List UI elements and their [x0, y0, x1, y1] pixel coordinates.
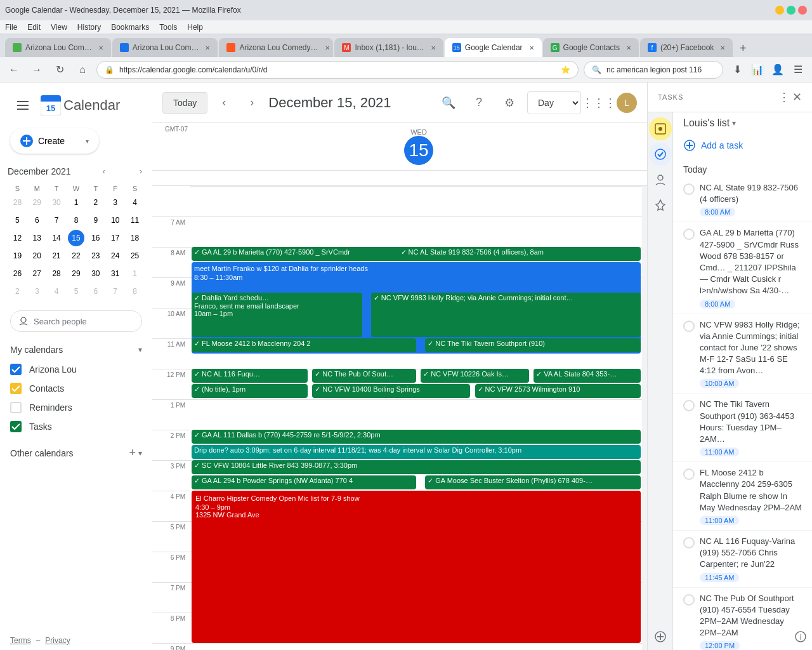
menu-btn[interactable]: ☰ — [789, 61, 807, 79]
tab-close-6[interactable]: ✕ — [720, 44, 725, 51]
task-checkbox-1[interactable] — [683, 229, 695, 240]
user-avatar[interactable]: L — [617, 93, 637, 113]
mini-day-17[interactable]: 17 — [107, 230, 124, 246]
tasks-list-dropdown[interactable]: ▾ — [732, 119, 736, 128]
cal-item-arizona-lou[interactable]: Arizona Lou — [0, 360, 152, 379]
help-button[interactable]: ? — [466, 90, 492, 116]
task-item-2[interactable]: NC VFW 9983 Holly Ridge; via Annie Cummi… — [673, 314, 812, 394]
event-e11[interactable]: ✓ VA AL State 804 353-… — [534, 369, 641, 383]
mini-day-28b[interactable]: 28 — [48, 265, 65, 282]
task-item-1[interactable]: GA AL 29 b Marietta (770) 427-5900 _ SrV… — [673, 222, 812, 314]
mini-day-1b[interactable]: 1 — [127, 265, 143, 282]
tab-4[interactable]: 15 Google Calendar ✕ — [445, 38, 542, 57]
mini-day-16[interactable]: 16 — [88, 230, 104, 246]
privacy-link[interactable]: Privacy — [45, 636, 70, 645]
mini-day-11[interactable]: 11 — [127, 212, 143, 229]
event-e4[interactable]: ✓ Dahlia Yard schedu…Franco, sent me ema… — [192, 293, 362, 337]
event-e16[interactable]: Drip done? auto 3:09pm; set on 6-day int… — [192, 445, 641, 459]
mini-day-15-today[interactable]: 15 — [68, 230, 84, 246]
settings-button[interactable]: ⚙ — [497, 90, 522, 116]
mini-day-10[interactable]: 10 — [107, 212, 124, 229]
mini-day-2[interactable]: 2 — [88, 194, 104, 211]
mini-day-8b[interactable]: 8 — [127, 283, 143, 300]
sync-btn[interactable]: 👤 — [769, 61, 787, 79]
mini-day-3b[interactable]: 3 — [29, 283, 45, 300]
event-e19[interactable]: ✓ GA Moose Sec Buster Skelton (Phyllis) … — [425, 475, 641, 489]
cal-item-tasks[interactable]: Tasks — [0, 417, 152, 436]
other-calendars-toggle[interactable]: ▾ — [138, 449, 142, 458]
tab-close-3[interactable]: ✕ — [431, 44, 436, 51]
mini-day-18[interactable]: 18 — [127, 230, 143, 246]
event-e20[interactable]: El Charro Hipster Comedy Open Mic list f… — [192, 491, 641, 643]
menu-help[interactable]: Help — [187, 23, 203, 32]
task-item-5[interactable]: NC AL 116 Fuquay-Varina (919) 552-7056 C… — [673, 531, 812, 588]
cal-checkbox-arizona-lou[interactable] — [10, 364, 22, 375]
mini-day-13[interactable]: 13 — [29, 230, 45, 246]
mini-day-14[interactable]: 14 — [48, 230, 65, 246]
cal-checkbox-tasks[interactable] — [10, 421, 22, 432]
task-checkbox-0[interactable] — [683, 183, 695, 195]
grid-view-button[interactable]: ⋮⋮⋮ — [586, 90, 612, 116]
mini-day-19[interactable]: 19 — [9, 248, 25, 264]
mini-day-6[interactable]: 6 — [29, 212, 45, 229]
event-e6[interactable]: ✓ FL Moose 2412 b Macclenny 204 2 — [192, 338, 416, 352]
cal-checkbox-contacts[interactable] — [10, 383, 22, 394]
mini-day-1[interactable]: 1 — [68, 194, 84, 211]
hamburger-button[interactable] — [10, 93, 36, 118]
task-checkbox-5[interactable] — [683, 537, 695, 548]
mini-day-20[interactable]: 20 — [29, 248, 45, 264]
terms-link[interactable]: Terms — [10, 636, 31, 645]
tab-close-4[interactable]: ✕ — [529, 44, 534, 51]
tasks-person-icon[interactable] — [649, 168, 672, 191]
menu-tools[interactable]: Tools — [159, 23, 177, 32]
mini-cal-prev[interactable]: ‹ — [100, 164, 107, 178]
extensions-btn[interactable]: 📊 — [749, 61, 766, 79]
mini-day-30a[interactable]: 30 — [48, 194, 65, 211]
url-bar[interactable]: 🔒 https://calendar.google.com/calendar/u… — [96, 61, 579, 79]
cal-checkbox-reminders[interactable] — [10, 402, 22, 413]
menu-bookmarks[interactable]: Bookmarks — [111, 23, 149, 32]
menu-view[interactable]: View — [51, 23, 67, 32]
tab-close-1[interactable]: ✕ — [205, 44, 210, 51]
tasks-notes-icon[interactable] — [649, 117, 672, 140]
tab-6[interactable]: f (20+) Facebook ✕ — [640, 38, 733, 57]
search-bar[interactable]: 🔍 nc american legion post 116 — [584, 61, 723, 79]
tab-5[interactable]: G Google Contacts ✕ — [543, 38, 639, 57]
mini-day-3[interactable]: 3 — [107, 194, 124, 211]
reload-button[interactable]: ↻ — [51, 61, 69, 79]
mini-day-12[interactable]: 12 — [9, 230, 25, 246]
menu-file[interactable]: File — [5, 23, 17, 32]
minimize-button[interactable] — [775, 6, 784, 15]
my-calendars-toggle[interactable]: ▾ — [138, 345, 142, 354]
mini-day-30b[interactable]: 30 — [88, 265, 104, 282]
tab-close-0[interactable]: ✕ — [98, 44, 103, 51]
cal-item-contacts[interactable]: Contacts — [0, 379, 152, 398]
task-item-4[interactable]: FL Moose 2412 b Macclenny 204 259-6305 R… — [673, 462, 812, 531]
task-checkbox-6[interactable] — [683, 594, 695, 606]
mini-day-25[interactable]: 25 — [127, 248, 143, 264]
maximize-button[interactable] — [787, 6, 796, 15]
tab-1[interactable]: Arizona Lou Com… ✕ — [112, 38, 218, 57]
day-scroll[interactable]: 7 AM 8 AM 9 AM 10 AM 11 AM 12 PM 1 PM 2 … — [152, 186, 647, 650]
menu-edit[interactable]: Edit — [27, 23, 41, 32]
mini-day-2b[interactable]: 2 — [9, 283, 25, 300]
mini-day-21[interactable]: 21 — [48, 248, 65, 264]
event-e2[interactable]: ✓ NC AL State 919 832-7506 (4 officers),… — [398, 247, 641, 261]
event-e18[interactable]: ✓ GA AL 294 b Powder Springs (NW Atlanta… — [192, 475, 416, 489]
tasks-map-icon[interactable] — [649, 194, 672, 216]
search-people[interactable]: Search people — [10, 310, 142, 332]
menu-history[interactable]: History — [77, 23, 101, 32]
event-e12[interactable]: ✓ (No title), 1pm — [192, 384, 308, 398]
event-e14[interactable]: ✓ NC VFW 2573 Wilmington 910 — [475, 384, 641, 398]
task-checkbox-2[interactable] — [683, 321, 695, 332]
event-e5[interactable]: ✓ NC VFW 9983 Holly Ridge; via Annie Cum… — [371, 293, 641, 337]
event-e7[interactable]: ✓ NC The Tiki Tavern Southport (910) — [425, 338, 641, 352]
view-selector[interactable]: Day Week Month — [527, 91, 581, 114]
mini-day-4[interactable]: 4 — [127, 194, 143, 211]
scrollbar[interactable] — [642, 186, 647, 650]
bookmark-btn[interactable]: ⬇ — [728, 61, 746, 79]
forward-button[interactable]: → — [28, 61, 46, 79]
tab-close-5[interactable]: ✕ — [626, 44, 631, 51]
home-button[interactable]: ⌂ — [74, 61, 91, 79]
mini-day-5b[interactable]: 5 — [68, 283, 84, 300]
